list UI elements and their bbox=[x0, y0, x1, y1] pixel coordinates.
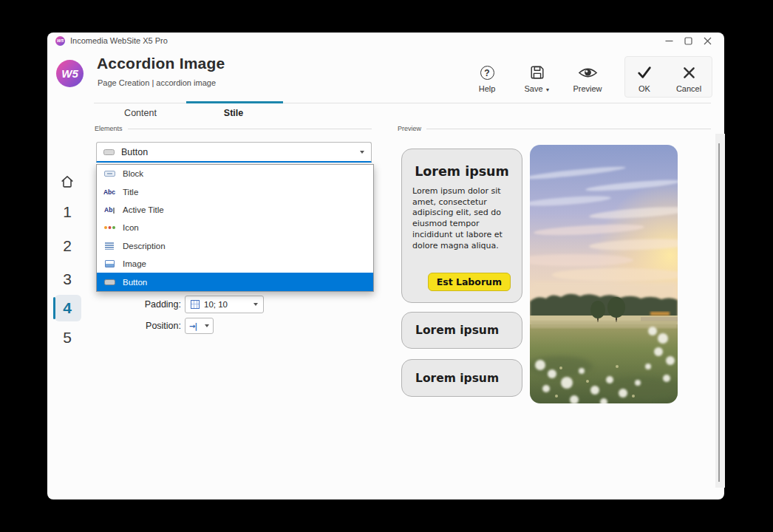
elements-group-label: Elements bbox=[95, 125, 123, 132]
ok-button[interactable]: OK bbox=[627, 64, 662, 93]
save-icon bbox=[529, 64, 545, 81]
app-logo: W5 bbox=[56, 60, 84, 87]
accordion-expanded-item: Lorem ipsum Lorem ipsum dolor sit amet, … bbox=[401, 149, 522, 303]
save-label: Save ▼ bbox=[524, 84, 550, 93]
picture-icon bbox=[105, 260, 115, 267]
dropdown-item-block[interactable]: Block bbox=[97, 165, 373, 183]
sidebar-step-5[interactable]: 5 bbox=[54, 324, 81, 351]
app-logo-icon: W5 bbox=[55, 36, 65, 46]
dropdown-item-label: Description bbox=[123, 242, 166, 250]
close-button[interactable] bbox=[698, 33, 717, 48]
block-icon bbox=[104, 171, 115, 177]
abc-title-icon: Abc bbox=[103, 188, 115, 196]
button-shape-icon bbox=[104, 279, 115, 285]
breadcrumb: Page Creation | accordion image bbox=[98, 78, 216, 87]
accordion-title: Lorem ipsum bbox=[415, 324, 499, 337]
eye-icon bbox=[578, 64, 598, 81]
padding-grid-icon bbox=[191, 300, 200, 309]
dropdown-item-button[interactable]: Button bbox=[97, 273, 373, 290]
window-title: Incomedia WebSite X5 Pro bbox=[70, 36, 168, 45]
dropdown-item-active-title[interactable]: Ab Active Title bbox=[97, 201, 373, 219]
accordion-action-button[interactable]: Est Laborum bbox=[428, 273, 511, 291]
color-dots-icon bbox=[104, 226, 107, 229]
scrollbar-thumb[interactable] bbox=[718, 143, 720, 482]
elements-group-header: Elements bbox=[95, 124, 372, 133]
title-bar: W5 Incomedia WebSite X5 Pro bbox=[47, 33, 724, 49]
align-right-icon: →| bbox=[189, 322, 197, 330]
dropdown-item-label: Button bbox=[123, 278, 147, 287]
dropdown-item-label: Active Title bbox=[123, 205, 164, 214]
accordion-description: Lorem ipsum dolor sit amet, consectetur … bbox=[412, 186, 512, 251]
accordion-title: Lorem ipsum bbox=[402, 164, 522, 179]
chevron-down-icon bbox=[360, 151, 364, 154]
preview-label: Preview bbox=[573, 84, 602, 93]
minimize-icon bbox=[665, 37, 673, 45]
padding-value: 10; 10 bbox=[204, 300, 228, 309]
help-icon: ? bbox=[480, 66, 494, 80]
accordion-collapsed-item[interactable]: Lorem ipsum bbox=[401, 359, 522, 397]
app-window: W5 Incomedia WebSite X5 Pro W5 Accordion… bbox=[47, 33, 724, 499]
dropdown-item-label: Image bbox=[123, 259, 146, 268]
help-button[interactable]: ? Help bbox=[466, 64, 508, 93]
maximize-button[interactable] bbox=[678, 33, 698, 48]
tab-content[interactable]: Content bbox=[112, 106, 168, 120]
maximize-icon bbox=[684, 37, 692, 45]
preview-group-header: Preview bbox=[398, 124, 711, 133]
active-tab-indicator bbox=[186, 101, 283, 103]
meadow-sunset-image bbox=[530, 145, 678, 403]
ok-label: OK bbox=[639, 84, 650, 93]
minimize-button[interactable] bbox=[659, 33, 678, 48]
position-label: Position: bbox=[118, 318, 181, 334]
accordion-collapsed-item[interactable]: Lorem ipsum bbox=[401, 312, 522, 349]
dropdown-item-image[interactable]: Image bbox=[97, 255, 373, 273]
close-icon bbox=[704, 37, 712, 45]
sidebar-step-4[interactable]: 4 bbox=[54, 295, 81, 321]
save-dropdown-caret-icon: ▼ bbox=[545, 87, 551, 92]
sidebar-step-1[interactable]: 1 bbox=[54, 199, 81, 225]
help-label: Help bbox=[479, 84, 496, 93]
abc-active-title-icon: Ab bbox=[104, 206, 115, 214]
sidebar-step-3[interactable]: 3 bbox=[54, 266, 81, 293]
preview-group-rule bbox=[426, 129, 711, 129]
dropdown-item-title[interactable]: Abc Title bbox=[97, 183, 373, 200]
elements-group-rule bbox=[128, 129, 372, 129]
cancel-x-icon bbox=[681, 64, 697, 81]
dropdown-item-description[interactable]: Description bbox=[97, 237, 373, 255]
preview-button[interactable]: Preview bbox=[567, 64, 608, 93]
accordion-title: Lorem ipsum bbox=[415, 372, 499, 385]
padding-label: Padding: bbox=[118, 296, 181, 313]
dropdown-item-label: Block bbox=[123, 169, 143, 178]
save-button[interactable]: Save ▼ bbox=[517, 64, 558, 93]
elements-dropdown-list: Block Abc Title Ab Active Title Icon Des… bbox=[96, 164, 374, 292]
elements-combobox-value: Button bbox=[121, 147, 148, 157]
scrollbar-track[interactable] bbox=[715, 134, 725, 488]
preview-group-label: Preview bbox=[398, 125, 421, 132]
elements-combobox[interactable]: Button bbox=[96, 142, 372, 163]
padding-combobox[interactable]: 10; 10 bbox=[185, 296, 264, 313]
tab-style[interactable]: Stile bbox=[205, 106, 262, 120]
sidebar-step-2[interactable]: 2 bbox=[54, 233, 81, 259]
position-combobox[interactable]: →| bbox=[185, 318, 214, 334]
button-shape-icon bbox=[103, 149, 115, 155]
dropdown-item-label: Title bbox=[123, 188, 138, 197]
window-controls bbox=[659, 33, 717, 49]
chevron-down-icon bbox=[253, 303, 258, 306]
chevron-down-icon bbox=[205, 324, 209, 327]
cancel-label: Cancel bbox=[676, 84, 701, 93]
dropdown-item-icon[interactable]: Icon bbox=[97, 219, 373, 236]
sidebar-home-button[interactable] bbox=[59, 174, 75, 193]
preview-photo bbox=[530, 145, 678, 403]
page-title: Accordion Image bbox=[97, 55, 225, 72]
cancel-button[interactable]: Cancel bbox=[671, 64, 706, 93]
check-icon bbox=[636, 64, 653, 81]
home-icon bbox=[59, 174, 75, 190]
text-lines-icon bbox=[105, 242, 114, 250]
dropdown-item-label: Icon bbox=[123, 223, 139, 232]
